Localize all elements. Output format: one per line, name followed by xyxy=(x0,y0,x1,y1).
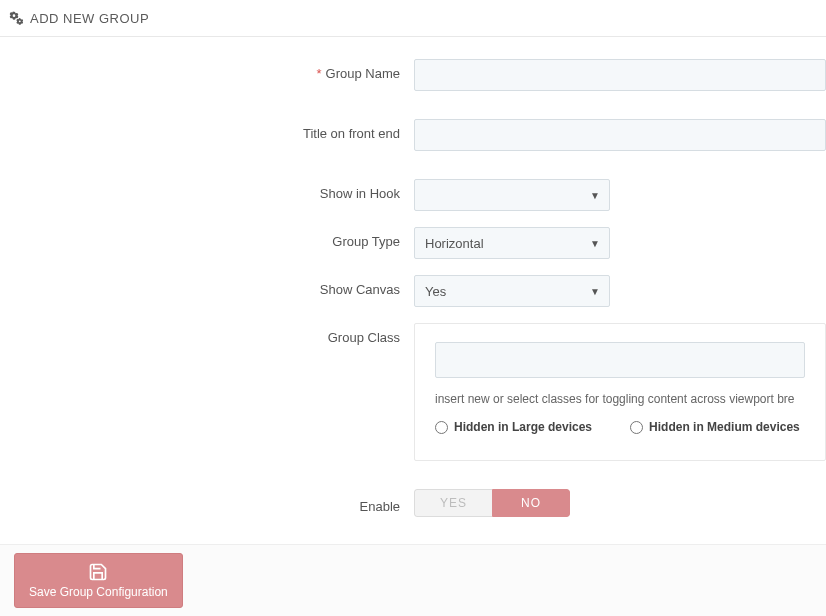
label-title-front-end: Title on front end xyxy=(0,119,414,141)
group-class-input[interactable] xyxy=(435,342,805,378)
hidden-devices-radios: Hidden in Large devices Hidden in Medium… xyxy=(435,420,805,434)
row-group-type: Group Type Horizontal ▼ xyxy=(0,227,826,259)
row-show-canvas: Show Canvas Yes ▼ xyxy=(0,275,826,307)
row-group-class: Group Class insert new or select classes… xyxy=(0,323,826,461)
label-group-class: Group Class xyxy=(0,323,414,345)
group-type-select-wrap: Horizontal ▼ xyxy=(414,227,610,259)
save-button-label: Save Group Configuration xyxy=(29,585,168,599)
page-title: ADD NEW GROUP xyxy=(30,11,149,26)
show-canvas-select[interactable]: Yes xyxy=(414,275,610,307)
label-group-type: Group Type xyxy=(0,227,414,249)
row-title-front-end: Title on front end xyxy=(0,119,826,151)
form-area: *Group Name Title on front end Show in H… xyxy=(0,37,826,517)
show-canvas-select-wrap: Yes ▼ xyxy=(414,275,610,307)
group-class-hint: insert new or select classes for togglin… xyxy=(435,392,805,406)
group-class-panel: insert new or select classes for togglin… xyxy=(414,323,826,461)
row-show-in-hook: Show in Hook ▼ xyxy=(0,179,826,211)
radio-hidden-large-input[interactable] xyxy=(435,421,448,434)
label-show-canvas: Show Canvas xyxy=(0,275,414,297)
save-group-configuration-button[interactable]: Save Group Configuration xyxy=(14,553,183,608)
label-group-name: *Group Name xyxy=(0,59,414,81)
row-enable: Enable YES NO xyxy=(0,489,826,517)
page-header: ADD NEW GROUP xyxy=(0,0,826,37)
label-enable: Enable xyxy=(0,492,414,514)
group-name-input[interactable] xyxy=(414,59,826,91)
show-in-hook-select-wrap: ▼ xyxy=(414,179,610,211)
title-front-end-input[interactable] xyxy=(414,119,826,151)
group-type-select[interactable]: Horizontal xyxy=(414,227,610,259)
save-icon xyxy=(88,562,108,582)
enable-yes-button[interactable]: YES xyxy=(414,489,492,517)
enable-toggle: YES NO xyxy=(414,489,570,517)
footer: Save Group Configuration xyxy=(0,544,826,616)
gears-icon xyxy=(8,10,24,26)
radio-hidden-large[interactable]: Hidden in Large devices xyxy=(435,420,592,434)
label-show-in-hook: Show in Hook xyxy=(0,179,414,201)
radio-hidden-medium[interactable]: Hidden in Medium devices xyxy=(630,420,800,434)
row-group-name: *Group Name xyxy=(0,59,826,91)
enable-no-button[interactable]: NO xyxy=(492,489,570,517)
radio-hidden-medium-input[interactable] xyxy=(630,421,643,434)
required-mark: * xyxy=(317,66,322,81)
show-in-hook-select[interactable] xyxy=(414,179,610,211)
